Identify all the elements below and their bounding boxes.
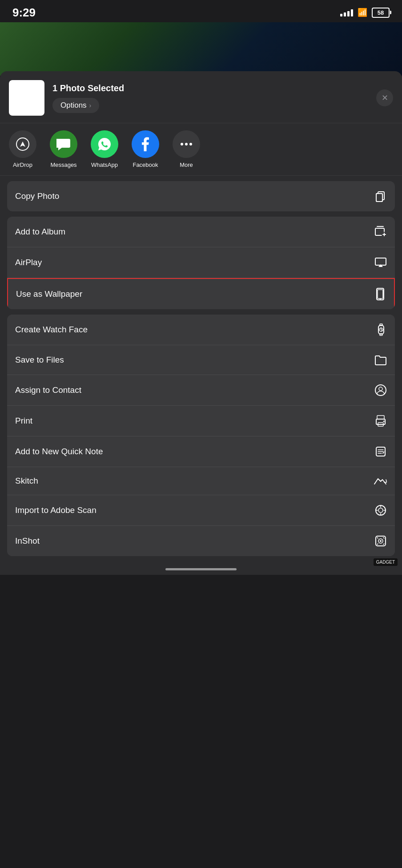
watch-face-icon [375,323,387,336]
import-adobe-scan-action[interactable]: Import to Adobe Scan [7,495,395,526]
svg-point-28 [380,540,382,542]
airdrop-label: AirDrop [13,161,32,168]
actions-section: Copy Photo Add to Album AirPlay [0,176,402,557]
svg-rect-9 [375,258,386,265]
app-item-airdrop[interactable]: AirDrop [9,130,36,168]
whatsapp-label: WhatsApp [91,161,118,168]
app-item-facebook[interactable]: Facebook [132,130,159,168]
svg-rect-11 [378,290,383,299]
app-icons-row: AirDrop Messages WhatsApp [0,123,402,176]
home-indicator [165,568,237,570]
copy-icon [374,190,387,202]
action-group-1: Add to Album AirPlay Use as Wallpaper [7,217,395,309]
svg-rect-19 [377,416,384,419]
svg-point-3 [189,143,192,145]
files-icon [374,354,387,366]
battery-indicator: 58 [372,8,390,18]
print-label: Print [15,416,32,426]
print-action[interactable]: Print [7,406,395,436]
app-item-messages[interactable]: Messages [50,130,77,168]
watermark: GADGET [374,558,398,566]
app-item-more[interactable]: More [173,130,200,168]
svg-point-12 [380,299,381,300]
status-time: 9:29 [12,6,36,20]
more-apps-icon [173,130,200,158]
more-label: More [180,161,193,168]
background-image [0,22,402,76]
save-to-files-label: Save to Files [15,355,64,365]
share-title: 1 Photo Selected [52,83,368,93]
inshot-label: InShot [15,536,40,546]
facebook-label: Facebook [133,161,158,168]
skitch-label: Skitch [15,476,38,486]
airplay-label: AirPlay [15,258,42,267]
assign-to-contact-label: Assign to Contact [15,385,81,395]
signal-icon [340,8,353,16]
svg-point-1 [181,143,183,145]
print-icon [374,415,387,427]
skitch-icon [374,476,387,486]
wallpaper-icon [374,288,386,300]
airdrop-icon [9,130,36,158]
inshot-icon [374,535,387,547]
create-watch-face-label: Create Watch Face [15,325,88,335]
copy-photo-label: Copy Photo [15,191,59,201]
action-group-2: Create Watch Face Save to Files Assign t… [7,315,395,556]
import-adobe-scan-label: Import to Adobe Scan [15,505,96,515]
contact-icon [374,384,387,396]
add-to-album-label: Add to Album [15,227,65,237]
app-item-whatsapp[interactable]: WhatsApp [91,130,118,168]
airplay-icon [374,256,387,269]
add-quick-note-action[interactable]: Add to New Quick Note [7,436,395,467]
add-quick-note-label: Add to New Quick Note [15,447,103,456]
add-to-album-icon [374,226,387,238]
save-to-files-action[interactable]: Save to Files [7,345,395,375]
whatsapp-icon [91,130,118,158]
status-bar: 9:29 📶 58 [0,0,402,22]
adobe-scan-icon [374,504,387,517]
add-to-album-action[interactable]: Add to Album [7,217,395,247]
svg-point-25 [378,508,383,513]
photo-thumbnail [9,80,44,116]
facebook-icon [132,130,159,158]
wifi-icon: 📶 [358,8,367,17]
svg-point-22 [383,421,385,422]
chevron-right-icon: › [89,102,92,109]
share-sheet: 1 Photo Selected Options › ✕ AirDrop [0,71,402,575]
messages-icon [50,130,77,158]
options-button[interactable]: Options › [52,98,99,113]
airplay-action[interactable]: AirPlay [7,247,395,278]
inshot-action[interactable]: InShot [7,526,395,556]
quick-note-icon [374,445,387,458]
use-as-wallpaper-label: Use as Wallpaper [16,289,82,299]
create-watch-face-action[interactable]: Create Watch Face [7,315,395,345]
close-button[interactable]: ✕ [376,89,393,106]
close-icon: ✕ [382,93,388,103]
messages-label: Messages [50,161,76,168]
svg-point-2 [185,143,188,145]
use-as-wallpaper-action[interactable]: Use as Wallpaper [7,278,395,309]
copy-photo-action[interactable]: Copy Photo [7,181,395,211]
skitch-action[interactable]: Skitch [7,467,395,495]
status-icons: 📶 58 [340,8,390,18]
svg-point-18 [379,387,382,391]
share-header: 1 Photo Selected Options › ✕ [0,71,402,123]
assign-to-contact-action[interactable]: Assign to Contact [7,375,395,406]
svg-rect-5 [376,194,382,202]
share-header-info: 1 Photo Selected Options › [52,83,368,113]
